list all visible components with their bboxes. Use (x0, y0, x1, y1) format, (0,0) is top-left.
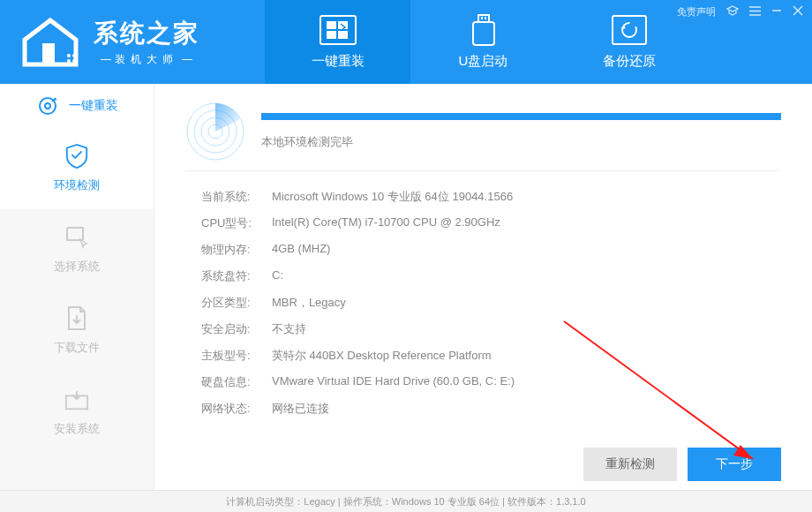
logo-subtitle: 装机大师 (94, 52, 199, 67)
logo-area: 系统之家 装机大师 (0, 0, 265, 84)
info-row-network: 网络状态:网络已连接 (185, 395, 781, 422)
progress-bar (261, 113, 781, 120)
disclaimer-link[interactable]: 免责声明 (677, 5, 716, 19)
svg-point-23 (45, 103, 50, 109)
svg-rect-13 (485, 17, 486, 19)
next-button[interactable]: 下一步 (688, 448, 781, 481)
sidebar-item-reinstall[interactable]: 一键重装 (0, 84, 154, 128)
target-icon (35, 94, 60, 118)
window-controls: 免责声明 (677, 5, 803, 19)
system-info-list: 当前系统:Microsoft Windows 10 专业版 64位 19044.… (185, 184, 781, 444)
tab-label: 一键重装 (312, 53, 365, 70)
svg-rect-0 (42, 43, 55, 64)
status-bar-text: 计算机启动类型：Legacy | 操作系统：Windows 10 专业版 64位… (226, 495, 585, 508)
svg-rect-11 (473, 22, 494, 45)
sidebar: 一键重装 环境检测 选择系统 下载文件 安装系统 (0, 84, 154, 490)
svg-point-1 (67, 54, 71, 57)
svg-point-15 (622, 23, 636, 37)
info-row-secure-boot: 安全启动:不支持 (185, 316, 781, 343)
house-logo-icon (16, 13, 85, 71)
minimize-icon[interactable] (771, 5, 782, 19)
sidebar-item-label: 安装系统 (54, 421, 100, 437)
info-row-cpu: CPU型号:Intel(R) Core(TM) i7-10700 CPU @ 2… (185, 210, 781, 237)
tab-label: 备份还原 (603, 53, 656, 70)
svg-rect-10 (478, 15, 489, 22)
progress-status-text: 本地环境检测完毕 (261, 134, 781, 150)
tab-usb-boot[interactable]: U盘启动 (410, 0, 556, 84)
main-panel: 本地环境检测完毕 当前系统:Microsoft Windows 10 专业版 6… (154, 84, 812, 490)
radar-icon (185, 102, 245, 162)
windows-reinstall-icon (319, 14, 357, 46)
shield-check-icon (64, 144, 89, 169)
sidebar-item-label: 环境检测 (54, 177, 100, 193)
usb-icon (464, 14, 503, 46)
tab-label: U盘启动 (459, 53, 508, 70)
download-file-icon (64, 306, 89, 331)
svg-point-4 (72, 59, 76, 63)
sidebar-item-label: 选择系统 (54, 259, 100, 275)
select-icon (64, 225, 89, 250)
info-row-partition-type: 分区类型:MBR，Legacy (185, 290, 781, 316)
info-row-disk: 硬盘信息:VMware Virtual IDE Hard Drive (60.0… (185, 369, 781, 395)
info-row-motherboard: 主板型号:英特尔 440BX Desktop Reference Platfor… (185, 343, 781, 369)
divider (185, 170, 781, 171)
svg-rect-9 (338, 31, 348, 39)
header: 系统之家 装机大师 一键重装 U盘启动 备份还原 免责声明 (0, 0, 812, 84)
info-row-memory: 物理内存:4GB (MHZ) (185, 237, 781, 263)
logo-title: 系统之家 (94, 17, 199, 50)
backup-icon (610, 14, 649, 46)
info-row-current-os: 当前系统:Microsoft Windows 10 专业版 64位 19044.… (185, 184, 781, 210)
graduation-icon[interactable] (726, 5, 739, 19)
menu-icon[interactable] (749, 5, 761, 19)
sidebar-item-label: 下载文件 (54, 340, 100, 356)
sidebar-item-download[interactable]: 下载文件 (0, 290, 154, 372)
svg-point-2 (72, 54, 76, 57)
svg-rect-5 (320, 16, 356, 44)
sidebar-item-install[interactable]: 安装系统 (0, 372, 154, 453)
svg-rect-12 (481, 17, 483, 19)
sidebar-item-select-system[interactable]: 选择系统 (0, 209, 154, 290)
install-box-icon (64, 388, 89, 412)
sidebar-item-env-check[interactable]: 环境检测 (0, 128, 154, 209)
close-icon[interactable] (793, 5, 803, 19)
svg-point-3 (67, 59, 71, 63)
svg-rect-6 (327, 21, 336, 29)
svg-rect-14 (613, 16, 646, 44)
sidebar-item-label: 一键重装 (69, 98, 118, 114)
tab-reinstall[interactable]: 一键重装 (265, 0, 410, 84)
status-bar: 计算机启动类型：Legacy | 操作系统：Windows 10 专业版 64位… (0, 490, 812, 512)
recheck-button[interactable]: 重新检测 (583, 448, 677, 481)
svg-rect-8 (327, 31, 336, 39)
info-row-system-drive: 系统盘符:C: (185, 263, 781, 290)
